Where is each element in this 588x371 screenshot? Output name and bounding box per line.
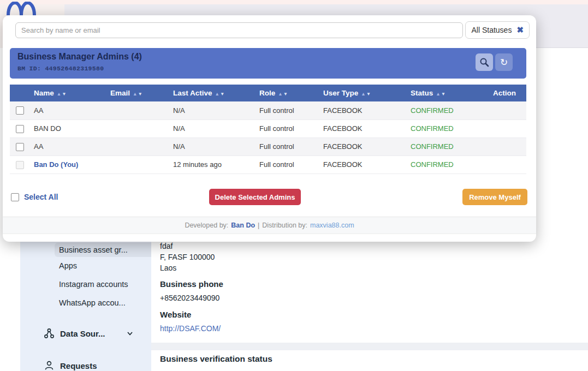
cell-name: AA xyxy=(29,101,106,119)
cell-last-active: N/A xyxy=(169,101,255,119)
modal-footer: Developed by: Ban Do | Distribution by: … xyxy=(3,217,536,234)
cell-user-type: FACEBOOK xyxy=(319,101,406,119)
cell-action xyxy=(483,137,526,155)
website-label: Website xyxy=(160,310,191,319)
sort-icons[interactable]: ▲▼ xyxy=(215,91,225,97)
business-address: fdaf F, FASF 100000 Laos xyxy=(160,241,215,273)
cell-action xyxy=(483,155,526,173)
footer-separator: | xyxy=(258,222,259,229)
sidebar-section-data-sources[interactable]: Data Sour... xyxy=(44,328,134,339)
sidebar-section-label: Data Sour... xyxy=(60,329,105,338)
table-row-you: Ban Do (You) 12 minutes ago Full control… xyxy=(10,155,526,173)
cell-role: Full control xyxy=(255,101,319,119)
cell-role: Full control xyxy=(255,155,319,173)
cell-user-type: FACEBOOK xyxy=(319,155,406,173)
bm-admins-modal: All Statuses ✖ Business Manager Admins (… xyxy=(3,15,536,242)
sidebar-section-label: Requests xyxy=(60,361,97,370)
cell-last-active: 12 minutes ago xyxy=(169,155,255,173)
remove-myself-button[interactable]: Remove Myself xyxy=(462,189,527,205)
sort-icons[interactable]: ▲▼ xyxy=(133,91,143,97)
refresh-button[interactable]: ↻ xyxy=(495,53,513,71)
refresh-icon: ↻ xyxy=(500,58,508,67)
status-badge: CONFIRMED xyxy=(406,119,483,137)
page-top-strip xyxy=(0,0,588,4)
column-header-status[interactable]: Status▲▼ xyxy=(406,85,483,101)
requests-person-icon xyxy=(44,360,55,371)
website-link[interactable]: http://DSAF.COM/ xyxy=(160,324,221,333)
sidebar-section-requests[interactable]: Requests xyxy=(44,360,97,371)
row-checkbox[interactable] xyxy=(16,143,24,151)
cell-email xyxy=(106,119,169,137)
sidebar-item-business-asset-groups[interactable]: Business asset gr... xyxy=(55,243,151,257)
sort-icons[interactable]: ▲▼ xyxy=(278,91,288,97)
row-checkbox[interactable] xyxy=(16,106,24,115)
status-badge: CONFIRMED xyxy=(406,101,483,119)
delete-selected-admins-button[interactable]: Delete Selected Admins xyxy=(209,189,301,205)
sidebar-item-instagram-accounts[interactable]: Instagram accounts xyxy=(59,280,128,289)
search-icon xyxy=(479,57,489,67)
table-row: BAN DO N/A Full control FACEBOOK CONFIRM… xyxy=(10,119,526,137)
cell-name: AA xyxy=(29,137,106,155)
cell-email xyxy=(106,101,169,119)
column-header-user-type[interactable]: User Type▲▼ xyxy=(319,85,406,101)
panel-header: Business Manager Admins (4) BM ID: 44952… xyxy=(10,48,526,79)
select-all[interactable]: Select All xyxy=(11,193,58,201)
admins-table: Name▲▼ Email▲▼ Last Active▲▼ Role▲▼ User… xyxy=(10,85,526,174)
cell-user-type: FACEBOOK xyxy=(319,119,406,137)
distributor-link[interactable]: maxvia88.com xyxy=(310,222,354,229)
cell-email xyxy=(106,155,169,173)
meta-logo-icon xyxy=(7,2,36,15)
cell-action xyxy=(483,119,526,137)
search-input[interactable] xyxy=(15,22,463,38)
cell-role: Full control xyxy=(255,137,319,155)
cell-name: BAN DO xyxy=(29,119,106,137)
header-checkbox-column xyxy=(10,85,29,101)
data-sources-icon xyxy=(44,328,55,339)
column-header-role[interactable]: Role▲▼ xyxy=(255,85,319,101)
column-header-last-active[interactable]: Last Active▲▼ xyxy=(169,85,255,101)
sort-icons[interactable]: ▲▼ xyxy=(436,91,446,97)
cell-email xyxy=(106,137,169,155)
search-button[interactable] xyxy=(476,53,493,71)
column-header-name[interactable]: Name▲▼ xyxy=(29,85,106,101)
cell-name: Ban Do (You) xyxy=(29,155,106,173)
developer-name[interactable]: Ban Do xyxy=(231,222,255,229)
cell-last-active: N/A xyxy=(169,119,255,137)
column-header-action: Action xyxy=(483,85,526,101)
panel-title: Business Manager Admins (4) xyxy=(17,52,142,62)
select-all-label: Select All xyxy=(24,193,58,201)
cell-user-type: FACEBOOK xyxy=(319,137,406,155)
row-checkbox-disabled xyxy=(16,161,24,169)
sort-icons[interactable]: ▲▼ xyxy=(361,91,371,97)
verification-status-title: Business verification status xyxy=(160,354,272,364)
distribution-by-label: Distribution by: xyxy=(262,222,307,229)
cell-action xyxy=(483,101,526,119)
status-badge: CONFIRMED xyxy=(406,137,483,155)
row-checkbox[interactable] xyxy=(16,125,24,133)
table-row: AA N/A Full control FACEBOOK CONFIRMED xyxy=(10,101,526,119)
bm-id: BM ID: 449526482319580 xyxy=(17,65,104,72)
status-filter-dropdown[interactable]: All Statuses ✖ xyxy=(465,21,530,39)
section-divider xyxy=(151,343,588,350)
sidebar-item-whatsapp-accounts[interactable]: WhatsApp accou... xyxy=(59,298,126,307)
business-phone-label: Business phone xyxy=(160,279,223,289)
cell-last-active: N/A xyxy=(169,137,255,155)
developed-by-label: Developed by: xyxy=(185,222,228,229)
table-row: AA N/A Full control FACEBOOK CONFIRMED xyxy=(10,137,526,155)
chevron-down-icon xyxy=(126,330,134,337)
status-filter-label: All Statuses xyxy=(471,26,512,34)
business-phone-value: +8562023449090 xyxy=(160,294,219,302)
select-all-checkbox[interactable] xyxy=(11,193,19,201)
sort-icons[interactable]: ▲▼ xyxy=(57,91,67,97)
status-badge: CONFIRMED xyxy=(406,155,483,173)
cell-role: Full control xyxy=(255,119,319,137)
clear-filter-icon[interactable]: ✖ xyxy=(516,25,524,35)
table-header-row: Name▲▼ Email▲▼ Last Active▲▼ Role▲▼ User… xyxy=(10,85,526,101)
sidebar-item-apps[interactable]: Apps xyxy=(59,261,77,270)
column-header-email[interactable]: Email▲▼ xyxy=(106,85,169,101)
